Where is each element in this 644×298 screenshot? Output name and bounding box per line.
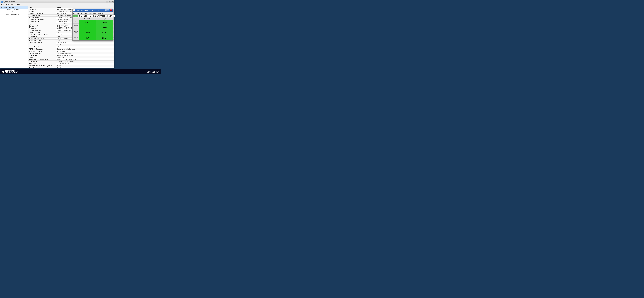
table-cell-item: Windows Directory [28, 50, 56, 52]
cdm-count-select[interactable]: 531 [78, 15, 83, 18]
table-cell-value: Version = "10.0.22621.2506" [56, 58, 114, 61]
cdm-unit-select[interactable]: MB/sGB/s [108, 15, 115, 18]
table-cell-value: 8.00 ГБ [56, 65, 114, 67]
table-cell-item: BaseBoard Version [28, 42, 56, 44]
table-row: Time ZoneFLE Standard Time [28, 63, 114, 65]
cdm-drive-select[interactable]: C: 16% (79/477GiB) [92, 15, 108, 18]
table-cell-item: User Name [28, 61, 56, 63]
cdm-row-label: SEQ1MQ8T1 [73, 18, 79, 24]
table-cell-value: Desktop [56, 44, 114, 46]
title-bar-left: SI System Information [1, 1, 16, 3]
table-cell-value: DESKTOP-Q1UDR6\Agerdz [56, 61, 114, 63]
sidebar-item-label: System Summary [3, 7, 15, 8]
cdm-write-cell: 1947.54 [96, 25, 113, 30]
table-cell-item: Platform Role [28, 44, 56, 46]
table-row: Boot Device\Device\HarddiskVolume4 [28, 54, 114, 56]
table-cell-item: BIOS Mode [28, 36, 56, 38]
cdm-close-button[interactable]: ✕ [110, 10, 112, 12]
menu-bar: File Edit View Help [0, 3, 114, 6]
col-header-value: Value [56, 6, 114, 8]
table-cell-item: PCR7 Configuration [28, 48, 56, 50]
cdm-menu-theme[interactable]: Theme [88, 13, 92, 14]
table-cell-value: Elevation Required to View [56, 48, 114, 50]
cdm-minimize-button[interactable]: — [105, 10, 107, 12]
sidebar: ▸ System Summary ▸ Hardware Resources ▸ … [0, 6, 28, 68]
table-cell-item: BaseBoard Manufacturer [28, 38, 56, 40]
menu-help[interactable]: Help [16, 4, 20, 5]
cdm-all-button[interactable]: All [73, 15, 78, 17]
cdm-title-left: C CrystalDiskMark 8.04 x64 [Admin] [73, 10, 99, 12]
expand-icon: ▸ [1, 7, 3, 8]
table-row: User NameDESKTOP-Q1UDR6\Agerdz [28, 61, 114, 63]
table-row: PCR7 ConfigurationElevation Required to … [28, 48, 114, 50]
cdm-size-select[interactable]: 1GiB512MiB [83, 15, 92, 18]
cdm-read-col: Read (MB/s) 3210.132702.51528.4143.75 [80, 18, 96, 41]
cdm-menu-file[interactable]: File [73, 13, 76, 14]
table-cell-item: Hardware Abstraction Layer [28, 58, 56, 61]
table-cell-item: Embedded Controller Version [28, 33, 56, 36]
cdm-data-area: Read (MB/s) 3210.132702.51528.4143.75 Wr… [80, 18, 112, 41]
menu-view[interactable]: View [11, 4, 15, 5]
cdm-read-cell: 43.75 [80, 36, 96, 41]
sidebar-item-software[interactable]: ▸ Software Environment [0, 13, 28, 15]
app-icon: SI [1, 1, 3, 3]
expand-icon: ▸ [3, 9, 4, 10]
sidebar-item-label: Hardware Resources [5, 9, 19, 11]
table-cell-value: FLE Standard Time [56, 63, 114, 65]
col-header-item: Item [28, 6, 56, 8]
cdm-write-cell: 168.12 [96, 36, 113, 41]
table-cell-item: System Name [28, 17, 56, 19]
taskbar-datetime: 12/28/2023 18:07 [147, 71, 159, 73]
table-cell-item: SMBIOS Version [28, 31, 56, 33]
cdm-row-labels: SEQ1MQ8T1SEQ1MQ1T1RND4KQ32T1RND4KQ1T1 [73, 18, 80, 41]
menu-file[interactable]: File [1, 4, 4, 5]
sidebar-item-label: Software Environment [5, 13, 20, 15]
cdm-menu-profile[interactable]: Profile [83, 13, 87, 14]
table-cell-item: OS Manufacturer [28, 15, 56, 17]
maximize-button[interactable]: □ [109, 1, 111, 3]
close-button[interactable]: ✕ [111, 1, 114, 3]
cdm-toolbar: All 531 1GiB512MiB C: 16% (79/477GiB) MB… [73, 15, 112, 18]
cdm-content: SEQ1MQ8T1SEQ1MQ1T1RND4KQ32T1RND4KQ1T1 Re… [73, 18, 112, 41]
camera-circles [2, 71, 4, 73]
circle-pair-top [2, 71, 4, 72]
table-cell-item: BaseBoard Product [28, 40, 56, 42]
table-cell-value: 7.91 ГБ [56, 67, 114, 68]
sidebar-item-hardware[interactable]: ▸ Hardware Resources [0, 9, 28, 11]
table-cell-item: Boot Device [28, 54, 56, 56]
table-row: Total Physical Memory7.91 ГБ [28, 67, 114, 68]
title-bar-controls: — □ ✕ [106, 1, 114, 3]
table-cell-item: Time Zone [28, 63, 56, 65]
sidebar-item-components[interactable]: ▸ Components [0, 11, 28, 13]
table-cell-item: System Type [28, 23, 56, 25]
crystaldiskmark-window: C CrystalDiskMark 8.04 x64 [Admin] — □ ✕… [72, 9, 113, 41]
menu-edit[interactable]: Edit [6, 4, 9, 5]
cdm-menu-settings[interactable]: Settings [76, 13, 82, 14]
minimize-button[interactable]: — [106, 1, 108, 3]
table-row: Secure Boot StateOff [28, 46, 114, 48]
table-cell-item: Total Physical Memory [28, 67, 56, 68]
cdm-app-icon: C [73, 10, 75, 12]
table-row: BaseBoard VersionNot Available [28, 42, 114, 44]
cdm-write-col: Write (MB/s) 2598.441947.54313.32168.12 [96, 18, 113, 41]
cdm-maximize-button[interactable]: □ [107, 10, 110, 12]
table-row: Hardware Abstraction LayerVersion = "10.… [28, 58, 114, 61]
table-row: System DirectoryC:\Windows\system32 [28, 52, 114, 54]
table-row: Installed Physical Memory (RAM)8.00 ГБ [28, 65, 114, 67]
table-cell-item: Locale [28, 56, 56, 58]
circle-2 [3, 71, 4, 72]
circle-1 [2, 71, 3, 72]
cdm-menu-language[interactable]: Language [97, 13, 104, 14]
table-cell-item: OS Name [28, 8, 56, 10]
expand-icon: ▸ [3, 14, 4, 15]
cdm-row-label: RND4KQ32T1 [73, 29, 79, 35]
table-cell-item: Other OS Description [28, 13, 56, 15]
cdm-menu-help[interactable]: Help [93, 13, 96, 14]
cdm-title-bar: C CrystalDiskMark 8.04 x64 [Admin] — □ ✕ [73, 9, 112, 12]
cdm-write-cell: 313.32 [96, 30, 113, 36]
cdm-controls: — □ ✕ [105, 10, 112, 12]
sidebar-item-label: Components [5, 11, 14, 13]
table-cell-value: Not Available [56, 42, 114, 44]
sidebar-item-system-summary[interactable]: ▸ System Summary [0, 6, 28, 9]
table-cell-item: Processor [28, 27, 56, 29]
